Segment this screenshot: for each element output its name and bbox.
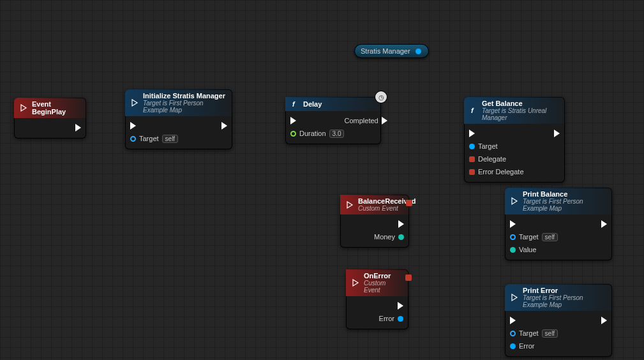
svg-text:f: f xyxy=(471,107,474,114)
event-icon xyxy=(130,98,139,107)
node-header[interactable]: f Delay xyxy=(285,97,381,111)
float-pin-icon[interactable] xyxy=(290,131,296,137)
node-header[interactable]: f Get Balance Target is Stratis Unreal M… xyxy=(464,97,565,124)
variable-stratis-manager[interactable]: Stratis Manager xyxy=(354,44,429,58)
node-header[interactable]: OnError Custom Event xyxy=(346,269,408,296)
node-title: Initialize Stratis Manager xyxy=(143,92,225,100)
exec-out-pin-icon[interactable] xyxy=(554,130,560,137)
delegate-pin-icon[interactable] xyxy=(469,169,475,175)
node-header[interactable]: Print Balance Target is First Person Exa… xyxy=(505,188,612,214)
delegate-pin-icon[interactable] xyxy=(469,156,475,162)
event-icon xyxy=(351,278,360,287)
exec-out-pin-icon[interactable] xyxy=(398,302,403,310)
exec-in-pin-icon[interactable] xyxy=(510,220,516,228)
object-pin-icon[interactable] xyxy=(510,234,516,240)
exec-in-pin-icon[interactable] xyxy=(290,117,296,124)
exec-in-pin-icon[interactable] xyxy=(469,130,475,137)
delegate-output-pin-icon[interactable] xyxy=(405,274,412,281)
pin-label-error-delegate: Error Delegate xyxy=(478,168,524,176)
self-chip: self xyxy=(542,329,558,338)
node-get-balance[interactable]: f Get Balance Target is Stratis Unreal M… xyxy=(464,97,565,183)
node-title: Print Balance xyxy=(523,190,567,198)
node-delay[interactable]: ◷ f Delay Duration 3.0 Completed xyxy=(285,97,381,144)
data-pin-icon[interactable] xyxy=(510,247,516,253)
node-balance-received[interactable]: BalanceReceived Custom Event Money xyxy=(340,195,409,248)
variable-label: Stratis Manager xyxy=(361,47,410,55)
exec-out-pin-icon[interactable] xyxy=(75,124,81,131)
data-pin-icon[interactable] xyxy=(398,316,403,322)
node-header[interactable]: Initialize Stratis Manager Target is Fir… xyxy=(125,89,232,116)
data-pin-icon[interactable] xyxy=(398,234,404,240)
pin-label-target: Target xyxy=(478,142,498,150)
node-subtitle: Target is First Person Example Map xyxy=(523,294,607,308)
pin-label-duration: Duration xyxy=(299,130,326,137)
function-icon: f xyxy=(290,100,299,109)
duration-value[interactable]: 3.0 xyxy=(329,130,345,138)
exec-out-pin-icon[interactable] xyxy=(382,117,387,124)
data-pin-icon[interactable] xyxy=(510,343,516,349)
node-print-balance[interactable]: Print Balance Target is First Person Exa… xyxy=(505,188,612,260)
self-chip: self xyxy=(162,135,179,143)
node-title: Print Error xyxy=(523,287,558,294)
event-icon xyxy=(19,103,28,112)
svg-text:f: f xyxy=(292,100,296,108)
exec-out-pin-icon[interactable] xyxy=(398,220,404,228)
object-pin-icon[interactable] xyxy=(130,136,136,142)
node-header[interactable]: Print Error Target is First Person Examp… xyxy=(505,284,612,311)
node-header[interactable]: BalanceReceived Custom Event xyxy=(340,195,409,214)
node-subtitle: Target is First Person Example Map xyxy=(523,198,607,212)
pin-label-target: Target xyxy=(519,329,539,337)
exec-out-pin-icon[interactable] xyxy=(601,220,607,228)
pin-label-money: Money xyxy=(374,233,395,241)
pin-label-error: Error xyxy=(519,342,534,350)
object-pin-icon[interactable] xyxy=(510,331,516,336)
node-title: Delay xyxy=(303,100,322,108)
exec-out-pin-icon[interactable] xyxy=(601,317,607,324)
pin-label-value: Value xyxy=(519,246,536,253)
pin-label-target: Target xyxy=(519,233,539,241)
event-icon xyxy=(510,293,519,302)
node-event-beginplay[interactable]: Event BeginPlay xyxy=(14,98,86,139)
event-icon xyxy=(345,200,354,209)
function-icon: f xyxy=(469,106,478,115)
node-initialize-stratis-manager[interactable]: Initialize Stratis Manager Target is Fir… xyxy=(125,89,232,149)
node-subtitle: Target is First Person Example Map xyxy=(143,100,227,114)
node-subtitle: Custom Event xyxy=(364,280,403,294)
pin-label-completed: Completed xyxy=(344,117,378,124)
exec-out-pin-icon[interactable] xyxy=(221,122,227,130)
object-pin-icon[interactable] xyxy=(416,49,421,54)
node-title: Get Balance xyxy=(482,100,523,107)
node-print-error[interactable]: Print Error Target is First Person Examp… xyxy=(505,284,612,357)
node-title: OnError xyxy=(364,272,391,280)
exec-in-pin-icon[interactable] xyxy=(130,122,136,130)
delegate-output-pin-icon[interactable] xyxy=(406,200,412,206)
pin-label-delegate: Delegate xyxy=(478,155,506,163)
node-subtitle: Target is Stratis Unreal Manager xyxy=(482,107,560,121)
object-pin-icon[interactable] xyxy=(469,144,475,149)
pin-label-target: Target xyxy=(139,135,159,142)
latent-clock-icon: ◷ xyxy=(375,91,387,103)
pin-label-error: Error xyxy=(379,315,394,322)
node-title: Event BeginPlay xyxy=(32,100,81,116)
self-chip: self xyxy=(542,233,558,241)
node-header[interactable]: Event BeginPlay xyxy=(14,98,86,118)
event-icon xyxy=(510,197,519,206)
node-on-error[interactable]: OnError Custom Event Error xyxy=(346,269,408,329)
exec-in-pin-icon[interactable] xyxy=(510,317,516,324)
